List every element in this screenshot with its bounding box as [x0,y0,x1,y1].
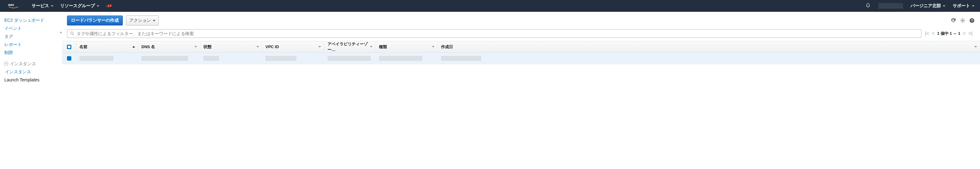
sort-asc-icon [132,46,135,48]
cell-created [438,53,980,64]
region-label: バージニア北部 [910,3,941,9]
col-checkbox[interactable] [62,41,76,52]
col-dns-label: DNS 名 [142,44,155,50]
redacted-value [379,56,422,61]
pin-icon: 📌 [105,3,112,10]
sidebar-reports[interactable]: レポート [4,40,59,48]
sidebar-resize-handle[interactable]: ◂ [59,12,62,85]
caret-down-icon [256,46,259,48]
col-vpc[interactable]: VPC ID [262,41,325,52]
col-type[interactable]: 種類 [376,41,438,52]
col-name[interactable]: 名前 [76,41,138,52]
col-az[interactable]: アベイラビリティーゾー… [325,41,376,52]
table-row[interactable] [62,53,980,64]
caret-down-icon [972,5,974,7]
col-state[interactable]: 状態 [200,41,262,52]
sidebar-tags[interactable]: タグ [4,32,59,40]
col-vpc-label: VPC ID [266,44,279,49]
col-dns[interactable]: DNS 名 [138,41,200,52]
sidebar-instances[interactable]: インスタンス [4,68,59,76]
caret-down-icon [97,5,99,7]
sidebar-group-label: インスタンス [10,60,36,68]
redacted-value [80,56,113,61]
main-shell: EC2 ダッシュボード イベント タグ レポート 制限 − インスタンス インス… [0,12,980,85]
caret-down-icon [974,46,977,48]
account-menu[interactable] [878,3,903,9]
caret-down-icon [370,46,372,48]
sidebar-limits[interactable]: 制限 [4,48,59,56]
refresh-icon [950,18,956,24]
global-nav: aws サービス リソースグループ 📌 バージニア北部 サポート [0,0,980,12]
svg-point-4 [71,32,73,34]
nav-services[interactable]: サービス [32,3,53,9]
col-state-label: 状態 [204,44,212,50]
toolbar: ロードバランサーの作成 アクション ? [62,12,980,29]
redacted-value [142,56,188,61]
pagination: |< < 1 個中 1 ～ 1 > >| [925,31,975,36]
content-area: ロードバランサーの作成 アクション ? |< [62,12,980,85]
caret-down-icon [943,5,945,7]
col-name-label: 名前 [80,44,88,50]
page-last-button[interactable]: >| [968,31,972,36]
col-created[interactable]: 作成日 [438,41,980,52]
aws-logo[interactable]: aws [6,3,21,9]
cell-dns [138,53,200,64]
filter-search[interactable] [67,29,921,38]
create-load-balancer-button[interactable]: ロードバランサーの作成 [67,16,123,26]
table-header: 名前 DNS 名 状態 VPC ID アベイラビリティーゾー… 種類 作成日 [62,41,980,53]
help-icon: ? [969,18,975,24]
caret-down-icon [194,46,197,48]
redacted-value [204,56,219,61]
refresh-button[interactable] [950,18,956,24]
checkbox-icon [67,45,71,49]
nav-resource-groups-label: リソースグループ [60,3,95,9]
redacted-value [441,56,481,61]
sidebar-group-instances[interactable]: − インスタンス [4,60,59,68]
svg-text:aws: aws [8,3,14,6]
support-menu[interactable]: サポート [953,3,974,9]
actions-label: アクション [129,18,151,23]
sidebar-dashboard[interactable]: EC2 ダッシュボード [4,16,59,24]
col-created-label: 作成日 [441,44,453,50]
sidebar-events[interactable]: イベント [4,24,59,32]
filter-input[interactable] [76,31,919,36]
region-selector[interactable]: バージニア北部 [910,3,945,9]
page-first-button[interactable]: |< [925,31,929,36]
pagination-text: 1 個中 1 ～ 1 [937,31,961,36]
caret-down-icon [318,46,321,48]
sidebar: EC2 ダッシュボード イベント タグ レポート 制限 − インスタンス インス… [0,12,59,85]
cell-vpc [262,53,325,64]
cell-az [325,53,376,64]
cell-type [376,53,438,64]
col-az-label: アベイラビリティーゾー… [328,41,368,53]
svg-text:?: ? [971,19,973,23]
search-icon [70,31,75,36]
gear-icon [960,18,966,23]
page-prev-button[interactable]: < [932,31,934,36]
collapse-icon: − [4,62,8,66]
caret-down-icon [432,46,434,48]
bell-icon [865,3,871,8]
caret-down-icon [153,20,155,21]
sidebar-launch-templates[interactable]: Launch Templates [4,76,59,84]
page-next-button[interactable]: > [963,31,966,36]
caret-down-icon [51,5,53,7]
nav-services-label: サービス [32,3,49,9]
redacted-value [266,56,296,61]
nav-pin[interactable]: 📌 [106,3,111,8]
notifications-button[interactable] [865,3,871,9]
col-type-label: 種類 [379,44,387,50]
redacted-value [328,56,371,61]
svg-point-1 [962,20,964,21]
help-button[interactable]: ? [969,18,975,24]
search-bar-row: |< < 1 個中 1 ～ 1 > >| [62,29,980,41]
actions-button[interactable]: アクション [126,16,159,26]
nav-resource-groups[interactable]: リソースグループ [60,3,99,9]
svg-line-5 [73,34,74,35]
settings-button[interactable] [959,18,966,24]
nav-right: バージニア北部 サポート [865,3,974,9]
load-balancers-table: 名前 DNS 名 状態 VPC ID アベイラビリティーゾー… 種類 作成日 [62,41,980,64]
row-checkbox-cell[interactable] [62,53,76,64]
cell-state [200,53,262,64]
support-label: サポート [953,3,970,9]
